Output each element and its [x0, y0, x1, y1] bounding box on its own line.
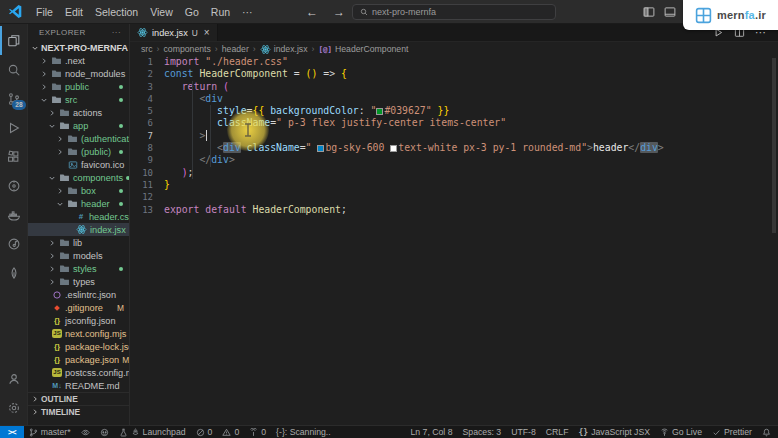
code-line-5[interactable]: 5 style={{ backgroundColor: "#039627" }}: [130, 105, 770, 117]
tree-item-node-modules[interactable]: node_modules: [28, 67, 129, 80]
status-copilot-status[interactable]: [95, 426, 114, 438]
chevron-right-icon: [48, 239, 56, 247]
status-cursor-position[interactable]: Ln 7, Col 8: [406, 426, 458, 438]
activity-docker[interactable]: [0, 200, 28, 229]
code-line-4[interactable]: 4 <div: [130, 93, 770, 105]
menu-moremoremore[interactable]: ···: [236, 6, 259, 18]
activity-live-server[interactable]: [0, 171, 28, 200]
folder-icon: [67, 146, 78, 157]
tree-item-postcss.config.mjs[interactable]: JSpostcss.config.mjs: [28, 366, 129, 379]
tree-item-models[interactable]: models: [28, 249, 129, 262]
toggle-panel-icon[interactable]: [643, 6, 655, 18]
code-line-11[interactable]: 11}: [130, 179, 770, 191]
status-left: ><master*Launchpad000{-}: Scanning..: [0, 426, 336, 438]
menu-run[interactable]: Run: [205, 6, 236, 18]
tree-item-README.md[interactable]: M↓README.md: [28, 379, 129, 392]
menu-go[interactable]: Go: [179, 6, 205, 18]
tree-item-package-lock.json[interactable]: {}package-lock.jsonM: [28, 340, 129, 353]
tree-item-styles[interactable]: styles: [28, 262, 129, 275]
status-eslint-status[interactable]: {-}: Scanning..: [271, 426, 336, 438]
activity-search[interactable]: [0, 55, 28, 84]
breadcrumb-headercomponent[interactable]: [@]HeaderComponent: [318, 44, 408, 54]
code-line-12[interactable]: 12: [130, 191, 770, 203]
menu-view[interactable]: View: [144, 6, 179, 18]
tree-item-favicon.ico[interactable]: favicon.ico: [28, 158, 129, 171]
tree-item-.eslintrc.json[interactable]: .eslintrc.json: [28, 288, 129, 301]
tree-item--authentication-[interactable]: (authentication): [28, 132, 129, 145]
code-line-7[interactable]: 7 >: [130, 130, 770, 142]
code-line-3[interactable]: 3 return (: [130, 81, 770, 93]
status-remote-indicator[interactable]: ><: [0, 426, 24, 438]
timeline-section[interactable]: TIMELINE: [28, 405, 129, 418]
tree-item-public[interactable]: public: [28, 80, 129, 93]
code-line-10[interactable]: 10 );: [130, 167, 770, 179]
status-launchpad[interactable]: Launchpad: [114, 426, 191, 438]
code-line-2[interactable]: 2const HeaderComponent = () => {: [130, 68, 770, 80]
breadcrumb-components[interactable]: components: [164, 44, 211, 54]
code-line-6[interactable]: 6 className=" p-3 flex justify-center it…: [130, 117, 770, 129]
tree-item-next.config.mjs[interactable]: JSnext.config.mjsM: [28, 327, 129, 340]
breadcrumb-header[interactable]: header: [222, 44, 249, 54]
status-go-live[interactable]: Go Live: [655, 426, 707, 438]
tree-item-app[interactable]: app: [28, 119, 129, 132]
status-problems-warnings[interactable]: 0: [217, 426, 244, 438]
status-git-branch[interactable]: master*: [24, 426, 76, 438]
tree-item-.next[interactable]: .next: [28, 54, 129, 67]
tab-close-icon[interactable]: ×: [204, 27, 210, 38]
tree-item-index.jsx[interactable]: index.jsxU: [28, 223, 129, 236]
breadcrumb: src›components›header›index.jsx›[@]Heade…: [130, 42, 778, 56]
code-line-1[interactable]: 1import "./header.css": [130, 56, 770, 68]
activity-mongodb[interactable]: [0, 258, 28, 287]
command-center-search[interactable]: next-pro-mernfa: [352, 4, 556, 20]
back-button[interactable]: ←: [306, 5, 318, 19]
tree-item-types[interactable]: types: [28, 275, 129, 288]
tree-item-lib[interactable]: lib: [28, 236, 129, 249]
activity-extension-music[interactable]: [0, 229, 28, 258]
activity-explorer[interactable]: [0, 26, 28, 55]
tree-item-header.css[interactable]: #header.cssU: [28, 210, 129, 223]
activity-run-and-debug[interactable]: [0, 113, 28, 142]
activity-extensions[interactable]: [0, 142, 28, 171]
folder-icon: [51, 94, 62, 105]
tree-item-label: postcss.config.mjs: [65, 368, 130, 378]
status-language-mode[interactable]: {}JavaScript JSX: [573, 426, 655, 438]
forward-button[interactable]: →: [333, 5, 345, 19]
tree-item-.gitignore[interactable]: .gitignoreM: [28, 301, 129, 314]
code-area[interactable]: 1import "./header.css"2const HeaderCompo…: [130, 56, 770, 216]
tree-item-package.json[interactable]: {}package.jsonM: [28, 353, 129, 366]
status-indentation[interactable]: Spaces: 3: [458, 426, 507, 438]
status-problems-errors[interactable]: 0: [191, 426, 218, 438]
tree-item-box[interactable]: box: [28, 184, 129, 197]
status-encoding[interactable]: UTF-8: [506, 426, 541, 438]
menu-edit[interactable]: Edit: [59, 6, 89, 18]
status-eol[interactable]: CRLF: [541, 426, 574, 438]
project-root-folder[interactable]: NEXT-PRO-MERNFA: [28, 41, 129, 54]
explorer-more-actions[interactable]: ···: [112, 28, 121, 37]
status-ports[interactable]: 0: [244, 426, 271, 438]
customize-layout-icon[interactable]: [664, 6, 676, 18]
activity-settings[interactable]: [0, 393, 28, 422]
status-gitlens-toggle[interactable]: [76, 426, 95, 438]
status-notifications[interactable]: [757, 426, 776, 438]
activity-accounts[interactable]: [0, 364, 28, 393]
code-line-13[interactable]: 13export default HeaderComponent;: [130, 204, 770, 216]
code-line-8[interactable]: 8 <div className=" bg-sky-600 text-white…: [130, 142, 770, 154]
outline-section[interactable]: OUTLINE: [28, 392, 129, 405]
tree-item-label: jsconfig.json: [65, 316, 116, 326]
tree-item-src[interactable]: src: [28, 93, 129, 106]
tree-item--public-[interactable]: (public): [28, 145, 129, 158]
tree-item-header[interactable]: header: [28, 197, 129, 210]
tree-item-actions[interactable]: actions: [28, 106, 129, 119]
code-line-9[interactable]: 9 </div>: [130, 154, 770, 166]
tree-item-components[interactable]: components: [28, 171, 129, 184]
folder-icon: [59, 120, 70, 131]
breadcrumb-src[interactable]: src: [141, 44, 153, 54]
activity-source-control[interactable]: 28: [0, 84, 28, 113]
menu-file[interactable]: File: [30, 6, 59, 18]
tree-item-jsconfig.json[interactable]: {}jsconfig.json: [28, 314, 129, 327]
breadcrumb-index.jsx[interactable]: index.jsx: [260, 44, 308, 55]
editor-scrollbar[interactable]: [772, 58, 776, 233]
tab-index-jsx[interactable]: index.jsx U ×: [130, 24, 218, 41]
status-prettier[interactable]: Prettier: [707, 426, 757, 438]
menu-selection[interactable]: Selection: [89, 6, 144, 18]
